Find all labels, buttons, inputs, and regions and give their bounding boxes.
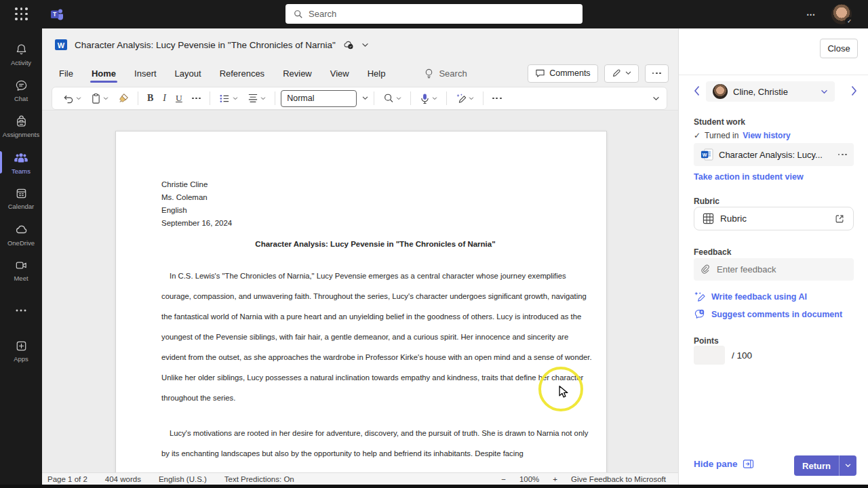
format-painter-button[interactable]: [115, 90, 132, 106]
video-camera-icon: [14, 258, 28, 272]
grading-pane: Close Cline, Christie Student work ✓ Tur…: [678, 28, 868, 485]
ai-feedback-link[interactable]: Write feedback using AI: [694, 291, 807, 302]
feedback-input[interactable]: Enter feedback: [694, 258, 854, 281]
next-student-icon[interactable]: [851, 85, 857, 96]
tab-insert[interactable]: Insert: [134, 66, 157, 81]
magic-pen-icon: [456, 93, 467, 104]
sidebar-item-apps[interactable]: Apps: [0, 333, 42, 369]
editor-button[interactable]: [452, 90, 477, 106]
zoom-in-button[interactable]: +: [553, 475, 557, 483]
sidebar-item-onedrive[interactable]: OneDrive: [0, 216, 42, 252]
return-button[interactable]: Return: [794, 455, 856, 476]
rubric-card[interactable]: Rubric: [694, 207, 854, 230]
ribbon-search[interactable]: Search: [424, 68, 467, 79]
ribbon-collapse-button[interactable]: [652, 96, 660, 101]
paste-button[interactable]: [87, 90, 112, 107]
bullet-list-icon: [219, 94, 231, 104]
sidebar-item-assignments[interactable]: Assignments: [0, 108, 42, 144]
align-button[interactable]: [244, 91, 269, 106]
view-history-link[interactable]: View history: [743, 131, 790, 140]
font-more-button[interactable]: [189, 95, 204, 102]
underline-button[interactable]: U: [172, 90, 186, 106]
svg-text:W: W: [58, 41, 65, 49]
style-chevron-down-icon[interactable]: [362, 96, 368, 100]
sidebar-item-calendar[interactable]: Calendar: [0, 180, 42, 216]
document-title: Character Analysis: Lucy Pevensie in "Th…: [75, 40, 336, 50]
zoom-level[interactable]: 100%: [519, 475, 539, 483]
sidebar-item-meet[interactable]: Meet: [0, 252, 42, 288]
tab-view[interactable]: View: [330, 66, 349, 81]
ribbon-more-button[interactable]: [645, 64, 669, 83]
topbar-more-icon[interactable]: ⋯: [806, 9, 816, 20]
microphone-icon: [420, 93, 430, 104]
sidebar-item-teams[interactable]: Teams: [0, 144, 42, 180]
dictate-button[interactable]: [416, 90, 441, 107]
chevron-down-icon: [233, 97, 238, 100]
chevron-down-icon: [432, 97, 437, 100]
style-dropdown[interactable]: Normal: [281, 90, 357, 107]
tab-help[interactable]: Help: [368, 66, 386, 81]
search-icon: [383, 93, 394, 104]
clipboard-icon: [91, 93, 101, 104]
word-count[interactable]: 404 words: [105, 475, 141, 483]
hide-pane-button[interactable]: Hide pane: [694, 459, 754, 469]
pane-divider: [679, 75, 868, 75]
take-action-link[interactable]: Take action in student view: [694, 172, 804, 182]
sidebar-item-activity[interactable]: Activity: [0, 37, 42, 73]
document-workspace: W Character Analysis: Lucy Pevensie in "…: [42, 28, 678, 488]
sidebar-item-chat[interactable]: Chat: [0, 73, 42, 108]
comment-plus-icon: [694, 308, 705, 320]
student-name: Cline, Christie: [733, 87, 815, 97]
presence-badge: ✓: [845, 17, 854, 26]
teams-top-bar: T Search ⋯ ✓: [0, 0, 868, 28]
find-button[interactable]: [380, 90, 405, 106]
tab-file[interactable]: File: [59, 66, 73, 81]
tab-home[interactable]: Home: [92, 66, 116, 81]
avatar[interactable]: ✓: [831, 4, 852, 24]
align-icon: [248, 94, 258, 103]
app-launcher-icon[interactable]: [15, 7, 28, 21]
chevron-down-icon: [469, 97, 474, 100]
page-indicator[interactable]: Page 1 of 2: [47, 475, 87, 483]
tab-review[interactable]: Review: [283, 66, 312, 81]
student-selector[interactable]: Cline, Christie: [706, 81, 835, 102]
italic-button[interactable]: I: [159, 90, 170, 106]
format-painter-icon: [118, 93, 129, 104]
comments-button[interactable]: Comments: [528, 64, 597, 83]
toolbar-more-button[interactable]: [489, 95, 505, 102]
title-chevron-down-icon[interactable]: [361, 43, 369, 47]
bell-icon: [14, 43, 28, 57]
doc-student-name: Christie Cline: [161, 178, 589, 191]
teams-logo-icon: T: [49, 6, 65, 25]
editing-mode-button[interactable]: [604, 64, 639, 83]
zoom-out-button[interactable]: −: [501, 475, 506, 483]
search-input[interactable]: Search: [285, 4, 583, 24]
language-indicator[interactable]: English (U.S.): [159, 475, 207, 483]
undo-button[interactable]: [59, 91, 85, 106]
bullet-list-button[interactable]: [216, 91, 241, 106]
hide-pane-text: Hide pane: [694, 459, 738, 469]
ellipsis-icon: [652, 73, 661, 75]
points-input[interactable]: [694, 346, 725, 365]
chevron-down-icon: [652, 96, 660, 101]
document-canvas[interactable]: Christie Cline Ms. Coleman English Septe…: [42, 110, 678, 472]
bold-button[interactable]: B: [144, 90, 157, 106]
turned-in-text: Turned in: [705, 131, 738, 140]
feedback-placeholder: Enter feedback: [717, 264, 776, 274]
text-predictions-toggle[interactable]: Text Predictions: On: [224, 475, 294, 483]
tab-layout[interactable]: Layout: [175, 66, 201, 81]
open-in-new-icon[interactable]: [834, 214, 845, 224]
file-more-icon[interactable]: [838, 154, 847, 156]
chevron-down-icon: [845, 464, 851, 468]
suggest-comments-link[interactable]: Suggest comments in document: [694, 308, 842, 320]
tab-references[interactable]: References: [220, 66, 264, 81]
close-button[interactable]: Close: [820, 39, 858, 58]
student-file-card[interactable]: W Character Analysis: Lucy...: [694, 143, 854, 166]
calendar-icon: [14, 186, 28, 201]
sidebar-more-icon[interactable]: [0, 300, 42, 321]
document-page[interactable]: Christie Cline Ms. Coleman English Septe…: [115, 131, 607, 472]
feedback-link[interactable]: Give Feedback to Microsoft: [571, 475, 666, 483]
previous-student-icon[interactable]: [694, 85, 700, 96]
return-options-icon[interactable]: [839, 455, 856, 476]
points-row: / 100: [694, 346, 752, 365]
